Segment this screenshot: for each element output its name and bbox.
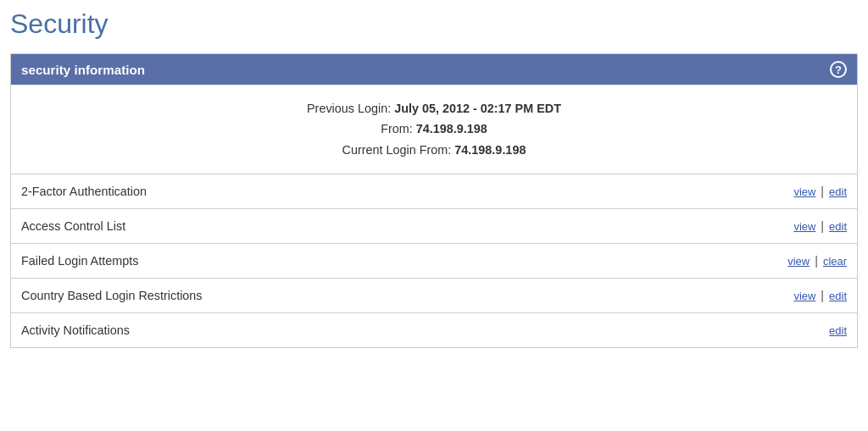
security-row-access-control: Access Control Listview|edit — [11, 209, 857, 244]
from-line: From: 74.198.9.198 — [21, 119, 847, 139]
current-login-value: 74.198.9.198 — [454, 143, 526, 157]
previous-login-label: Previous Login: — [307, 102, 391, 115]
from-value: 74.198.9.198 — [416, 122, 487, 135]
row-actions-two-factor: view|edit — [793, 185, 847, 198]
previous-login-line: Previous Login: July 05, 2012 - 02:17 PM… — [21, 98, 847, 119]
security-row-activity-notifications: Activity Notificationsedit — [11, 313, 857, 347]
security-row-failed-login: Failed Login Attemptsview|clear — [11, 244, 857, 279]
action-edit-access-control[interactable]: edit — [829, 220, 847, 233]
row-actions-failed-login: view|clear — [787, 254, 847, 268]
action-edit-activity-notifications[interactable]: edit — [829, 324, 847, 337]
action-separator: | — [821, 219, 824, 233]
action-view-country-login[interactable]: view — [793, 290, 815, 302]
row-label-access-control: Access Control List — [21, 219, 125, 233]
panel-header-label: security information — [21, 63, 145, 77]
security-row-two-factor: 2-Factor Authenticationview|edit — [11, 174, 857, 209]
row-actions-access-control: view|edit — [793, 219, 847, 233]
row-actions-activity-notifications: edit — [829, 324, 847, 337]
row-label-activity-notifications: Activity Notifications — [21, 323, 130, 337]
action-separator: | — [821, 289, 824, 302]
action-view-two-factor[interactable]: view — [793, 185, 815, 198]
help-icon[interactable]: ? — [830, 61, 847, 78]
action-edit-country-login[interactable]: edit — [829, 290, 847, 302]
login-info-section: Previous Login: July 05, 2012 - 02:17 PM… — [11, 85, 857, 174]
row-label-two-factor: 2-Factor Authentication — [21, 185, 147, 198]
action-view-access-control[interactable]: view — [793, 220, 815, 233]
action-clear-failed-login[interactable]: clear — [823, 255, 847, 268]
row-actions-country-login: view|edit — [793, 289, 847, 302]
action-edit-two-factor[interactable]: edit — [829, 185, 847, 198]
action-view-failed-login[interactable]: view — [787, 255, 810, 268]
row-label-country-login: Country Based Login Restrictions — [21, 289, 203, 302]
page-title: Security — [10, 8, 858, 43]
action-separator: | — [815, 254, 818, 268]
previous-login-value: July 05, 2012 - 02:17 PM EDT — [394, 102, 561, 115]
panel-header: security information ? — [11, 54, 857, 85]
security-rows-container: 2-Factor Authenticationview|editAccess C… — [11, 174, 857, 347]
security-panel: security information ? Previous Login: J… — [10, 53, 858, 348]
current-login-line: Current Login From: 74.198.9.198 — [21, 140, 847, 160]
from-label: From: — [381, 122, 413, 135]
action-separator: | — [821, 185, 824, 198]
current-login-label: Current Login From: — [342, 143, 452, 157]
row-label-failed-login: Failed Login Attempts — [21, 254, 138, 268]
security-row-country-login: Country Based Login Restrictionsview|edi… — [11, 279, 857, 313]
